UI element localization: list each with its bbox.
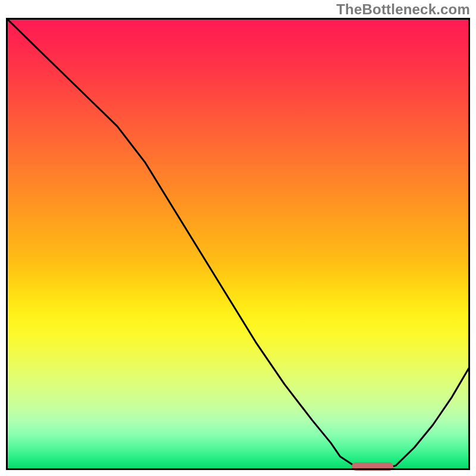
chart-stage: TheBottleneck.com xyxy=(0,0,476,476)
bottleneck-curve xyxy=(6,18,470,470)
bottleneck-curve-path xyxy=(6,18,470,470)
watermark-text: TheBottleneck.com xyxy=(336,1,470,18)
optimal-range-marker xyxy=(352,462,393,471)
